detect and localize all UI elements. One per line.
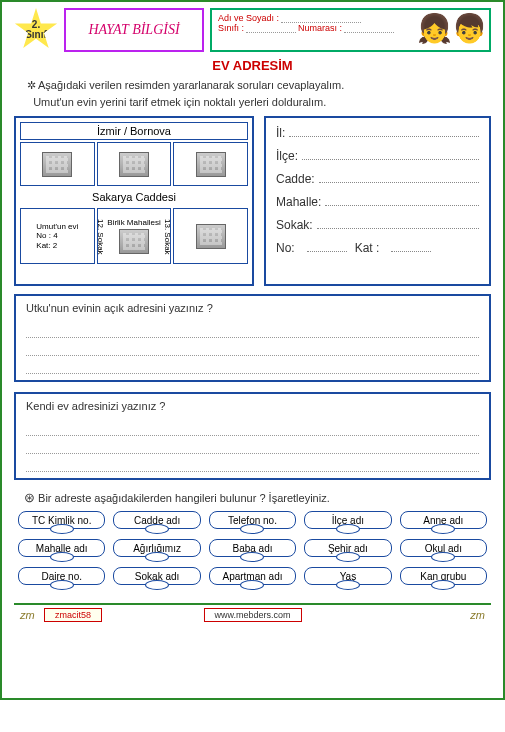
footer-site: www.mebders.com bbox=[203, 608, 301, 622]
chip-grid: TC Kimlik no. Cadde adı Telefon no. İlçe… bbox=[14, 511, 491, 585]
chip-checkbox[interactable] bbox=[431, 580, 455, 590]
instruction-line-2: Umut'un evin yerini tarif etmek için nok… bbox=[33, 96, 326, 108]
map-building-1 bbox=[20, 142, 95, 186]
answer-line[interactable] bbox=[26, 454, 479, 472]
no-input[interactable] bbox=[307, 242, 347, 252]
subject-title: HAYAT BİLGİSİ bbox=[64, 8, 204, 52]
chip-mahalle-adi[interactable]: Mahalle adı bbox=[18, 539, 105, 557]
house-title: Umut'un evi bbox=[36, 222, 78, 232]
kat-label: Kat : bbox=[355, 241, 380, 255]
checklist-instruction: ⊛ Bir adreste aşağıdakilerden hangileri … bbox=[24, 490, 491, 505]
question-1-box: Utku'nun evinin açık adresini yazınız ? bbox=[14, 294, 491, 382]
chip-checkbox[interactable] bbox=[240, 580, 264, 590]
chip-sokak-adi[interactable]: Sokak adı bbox=[113, 567, 200, 585]
map-building-2 bbox=[97, 142, 172, 186]
header: 2. Sınıf HAYAT BİLGİSİ Adı ve Soyadı : S… bbox=[14, 8, 491, 52]
instruction-line-1: Aşağıdaki verilen resimden yararlanarak … bbox=[38, 79, 344, 91]
chip-agirligimiz[interactable]: Ağırlığımız bbox=[113, 539, 200, 557]
chip-checkbox[interactable] bbox=[240, 524, 264, 534]
chip-checkbox[interactable] bbox=[145, 524, 169, 534]
chip-checkbox[interactable] bbox=[431, 552, 455, 562]
cadde-input[interactable] bbox=[319, 173, 479, 183]
question-2-box: Kendi ev adresinizi yazınız ? bbox=[14, 392, 491, 480]
chip-daire-no[interactable]: Daire no. bbox=[18, 567, 105, 585]
map-grid: Sakarya Caddesi Umut'un evi No : 4 Kat: … bbox=[20, 142, 248, 264]
map-and-form-row: İzmir / Bornova Sakarya Caddesi Umut'un … bbox=[14, 116, 491, 286]
address-form: İl: İlçe: Cadde: Mahalle: Sokak: No: Kat… bbox=[264, 116, 491, 286]
kids-icon: 👧👦 bbox=[417, 12, 487, 45]
map-street-label: Sakarya Caddesi bbox=[20, 188, 248, 206]
map-building-4 bbox=[173, 208, 248, 264]
il-input[interactable] bbox=[289, 127, 479, 137]
checklist-text: Bir adreste aşağıdakilerden hangileri bu… bbox=[38, 492, 330, 504]
map-center-block: Birlik Mahallesi 12. Sokak 13. Sokak bbox=[97, 208, 172, 264]
worksheet-page: 2. Sınıf HAYAT BİLGİSİ Adı ve Soyadı : S… bbox=[0, 0, 505, 700]
map-side-street-2: 13. Sokak bbox=[163, 219, 172, 255]
sokak-label: Sokak: bbox=[276, 218, 313, 232]
chip-checkbox[interactable] bbox=[240, 552, 264, 562]
name-label: Adı ve Soyadı : bbox=[218, 13, 279, 23]
number-input-line[interactable] bbox=[344, 23, 394, 33]
chip-checkbox[interactable] bbox=[50, 524, 74, 534]
map-neighborhood: Birlik Mahallesi bbox=[107, 218, 160, 227]
mahalle-input[interactable] bbox=[325, 196, 479, 206]
chip-yas[interactable]: Yaş bbox=[304, 567, 391, 585]
ilce-label: İlçe: bbox=[276, 149, 298, 163]
chip-checkbox[interactable] bbox=[145, 580, 169, 590]
chip-ilce-adi[interactable]: İlçe adı bbox=[304, 511, 391, 529]
chip-checkbox[interactable] bbox=[145, 552, 169, 562]
chip-checkbox[interactable] bbox=[431, 524, 455, 534]
chip-baba-adi[interactable]: Baba adı bbox=[209, 539, 296, 557]
map-umut-house: Umut'un evi No : 4 Kat: 2 bbox=[20, 208, 95, 264]
chip-checkbox[interactable] bbox=[336, 524, 360, 534]
house-no: No : 4 bbox=[36, 231, 78, 241]
chip-sehir-adi[interactable]: Şehir adı bbox=[304, 539, 391, 557]
footer-sig-left: zm bbox=[20, 609, 35, 621]
number-label: Numarası : bbox=[298, 23, 342, 33]
mahalle-label: Mahalle: bbox=[276, 195, 321, 209]
star-icon: ✲ bbox=[24, 77, 38, 94]
answer-line[interactable] bbox=[26, 356, 479, 374]
kat-input[interactable] bbox=[391, 242, 431, 252]
map-box: İzmir / Bornova Sakarya Caddesi Umut'un … bbox=[14, 116, 254, 286]
map-building-3 bbox=[173, 142, 248, 186]
wheel-icon: ⊛ bbox=[24, 490, 35, 505]
student-info-box: Adı ve Soyadı : Sınıfı : Numarası : 👧👦 bbox=[210, 8, 491, 52]
map-side-street-1: 12. Sokak bbox=[96, 219, 105, 255]
chip-checkbox[interactable] bbox=[336, 552, 360, 562]
chip-okul-adi[interactable]: Okul adı bbox=[400, 539, 487, 557]
answer-line[interactable] bbox=[26, 436, 479, 454]
answer-line[interactable] bbox=[26, 418, 479, 436]
no-label: No: bbox=[276, 241, 295, 255]
question-2-text: Kendi ev adresinizi yazınız ? bbox=[26, 400, 479, 412]
chip-anne-adi[interactable]: Anne adı bbox=[400, 511, 487, 529]
answer-line[interactable] bbox=[26, 320, 479, 338]
cadde-label: Cadde: bbox=[276, 172, 315, 186]
chip-checkbox[interactable] bbox=[50, 552, 74, 562]
chip-telefon-no[interactable]: Telefon no. bbox=[209, 511, 296, 529]
footer: zm zmacit58 www.mebders.com zm bbox=[14, 603, 491, 625]
il-label: İl: bbox=[276, 126, 285, 140]
grade-label: Sınıf bbox=[25, 30, 47, 40]
chip-cadde-adi[interactable]: Cadde adı bbox=[113, 511, 200, 529]
class-input-line[interactable] bbox=[246, 23, 296, 33]
class-label: Sınıfı : bbox=[218, 23, 244, 33]
house-floor: Kat: 2 bbox=[36, 241, 78, 251]
grade-badge: 2. Sınıf bbox=[14, 8, 58, 52]
sokak-input[interactable] bbox=[317, 219, 479, 229]
chip-kan-grubu[interactable]: Kan grubu bbox=[400, 567, 487, 585]
name-input-line[interactable] bbox=[281, 13, 361, 23]
instructions: ✲Aşağıdaki verilen resimden yararlanarak… bbox=[24, 77, 491, 110]
footer-sig-right: zm bbox=[470, 609, 485, 621]
footer-code: zmacit58 bbox=[44, 608, 102, 622]
ilce-input[interactable] bbox=[302, 150, 479, 160]
chip-apartman-adi[interactable]: Apartman adı bbox=[209, 567, 296, 585]
chip-checkbox[interactable] bbox=[336, 580, 360, 590]
answer-line[interactable] bbox=[26, 338, 479, 356]
question-1-text: Utku'nun evinin açık adresini yazınız ? bbox=[26, 302, 479, 314]
page-title: EV ADRESİM bbox=[14, 58, 491, 73]
chip-tc-kimlik[interactable]: TC Kimlik no. bbox=[18, 511, 105, 529]
map-district: İzmir / Bornova bbox=[20, 122, 248, 140]
chip-checkbox[interactable] bbox=[50, 580, 74, 590]
